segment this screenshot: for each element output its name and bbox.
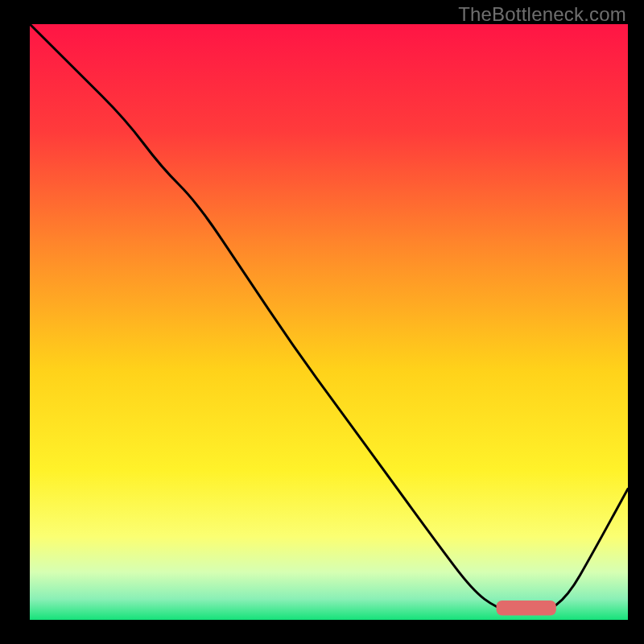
plot-area	[30, 24, 628, 620]
optimal-range-marker	[497, 601, 556, 616]
chart-frame: TheBottleneck.com	[0, 0, 644, 644]
chart-svg	[30, 24, 628, 620]
watermark-text: TheBottleneck.com	[458, 3, 626, 26]
